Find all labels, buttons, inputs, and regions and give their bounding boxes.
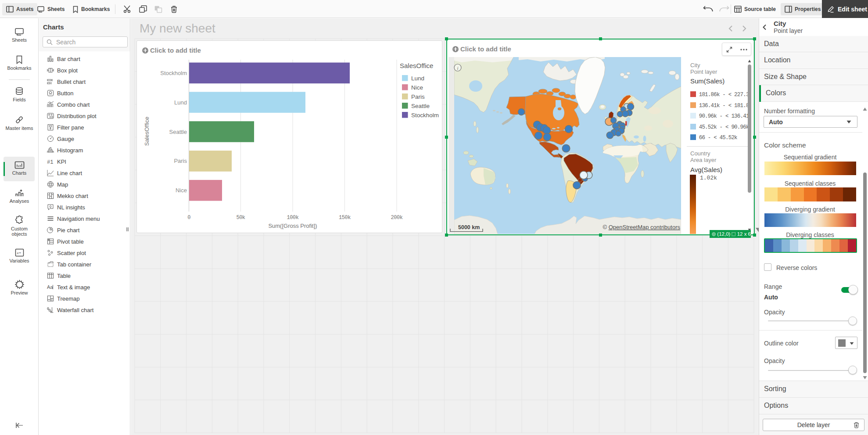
- svg-text:0: 0: [187, 215, 190, 221]
- svg-text:i: i: [457, 65, 458, 71]
- svg-text:Lund: Lund: [411, 75, 424, 82]
- svg-text:Aa: Aa: [47, 284, 53, 290]
- svg-text:SalesOffice: SalesOffice: [143, 117, 150, 146]
- svg-text:Stockholm: Stockholm: [160, 70, 187, 76]
- svg-text:5000 km: 5000 km: [458, 224, 480, 230]
- svg-text:© OpenStreetMap contributors: © OpenStreetMap contributors: [603, 224, 680, 230]
- svg-text:Lund: Lund: [174, 99, 187, 106]
- svg-text:Stockholm: Stockholm: [411, 112, 439, 119]
- svg-text:#1: #1: [47, 159, 53, 165]
- svg-text:Seattle: Seattle: [411, 103, 430, 109]
- svg-text:Paris: Paris: [411, 93, 425, 100]
- svg-text:50k: 50k: [236, 215, 245, 221]
- svg-text:Nice: Nice: [176, 187, 187, 194]
- svg-text:100k: 100k: [287, 215, 299, 221]
- svg-text:Paris: Paris: [174, 158, 187, 164]
- svg-text:Seattle: Seattle: [169, 129, 187, 135]
- svg-text:Sum([Gross Profit]): Sum([Gross Profit]): [268, 223, 317, 229]
- svg-text:200k: 200k: [391, 215, 403, 221]
- svg-text:SalesOffice: SalesOffice: [400, 62, 433, 69]
- svg-text:x=: x=: [16, 251, 21, 255]
- svg-text:Nice: Nice: [411, 84, 423, 91]
- svg-text:150k: 150k: [339, 215, 351, 221]
